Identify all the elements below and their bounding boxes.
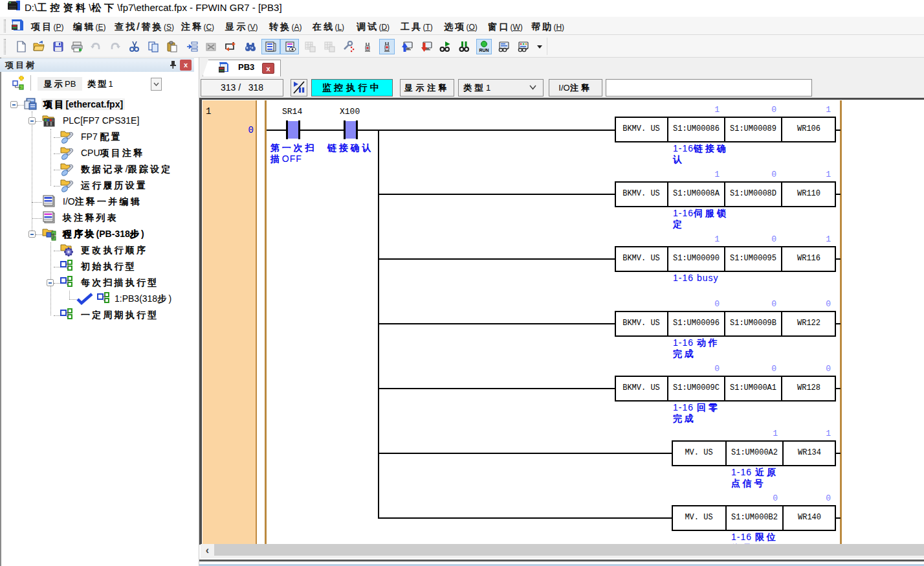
svg-text:RUN: RUN <box>479 48 489 52</box>
